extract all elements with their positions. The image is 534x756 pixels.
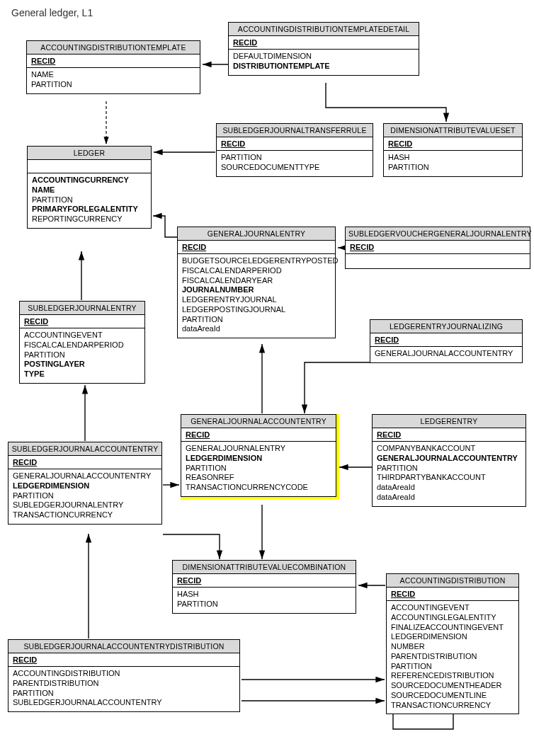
entity-ledger_entry: LEDGERENTRYRECIDCOMPANYBANKACCOUNTGENERA… <box>372 414 526 507</box>
entity-fields: HASHPARTITION <box>384 151 522 176</box>
entity-field: GENERALJOURNALACCOUNTENTRY <box>377 454 521 464</box>
entity-field: PARTITION <box>391 662 514 672</box>
entity-field: PARTITION <box>186 464 331 474</box>
entity-field: ACCOUNTINGLEGALENTITY <box>391 613 514 623</box>
entity-field: SUBLEDGERJOURNALENTRY <box>13 500 157 510</box>
entity-header: SUBLEDGERJOURNALENTRY <box>20 302 144 315</box>
entity-field: JOURNALNUMBER <box>182 285 331 295</box>
entity-pk: RECID <box>8 653 239 667</box>
entity-field: SOURCEDOCUMENTHEADER <box>391 681 514 691</box>
entity-fields <box>346 254 530 268</box>
page-title: General ledger, L1 <box>11 7 93 18</box>
entity-acct_dist: ACCOUNTINGDISTRIBUTIONRECIDACCOUNTINGEVE… <box>386 573 519 714</box>
entity-dim_attr_val_set: DIMENSIONATTRIBUTEVALUESETRECIDHASHPARTI… <box>383 123 523 177</box>
entity-fields: NAMEPARTITION <box>27 68 200 93</box>
entity-header: DIMENSIONATTRIBUTEVALUECOMBINATION <box>173 561 356 574</box>
entity-field: FISCALCALENDARPERIOD <box>24 340 140 350</box>
entity-field: ACCOUNTINGDISTRIBUTION <box>13 669 235 679</box>
entity-header: ACCOUNTINGDISTRIBUTIONTEMPLATEDETAIL <box>229 23 419 36</box>
entity-field: TRANSACTIONCURRENCY <box>13 510 157 520</box>
entity-field: dataAreaId <box>377 483 521 493</box>
entity-header: ACCOUNTINGDISTRIBUTIONTEMPLATE <box>27 41 200 55</box>
entity-field: PARTITION <box>13 491 157 501</box>
entity-field: dataAreaId <box>377 493 521 503</box>
entity-pk: RECID <box>373 428 526 442</box>
entity-fields: COMPANYBANKACCOUNTGENERALJOURNALACCOUNTE… <box>373 442 526 506</box>
entity-field: THIRDPARTYBANKACCOUNT <box>377 473 521 483</box>
entity-pk: RECID <box>27 55 200 68</box>
entity-field: REASONREF <box>186 473 331 483</box>
entity-field: LEDGERPOSTINGJOURNAL <box>182 305 331 315</box>
entity-field: ACCOUNTINGEVENT <box>391 603 514 613</box>
entity-field: PARTITION <box>221 153 368 163</box>
entity-field: POSTINGLAYER <box>24 360 140 370</box>
entity-field: PARTITION <box>32 195 147 205</box>
entity-header: SUBLEDGERJOURNALACCOUNTENTRY <box>8 442 161 456</box>
entity-header: GENERALJOURNALACCOUNTENTRY <box>181 415 336 428</box>
entity-field: DISTRIBUTIONTEMPLATE <box>233 62 414 71</box>
entity-pk: RECID <box>8 456 161 469</box>
entity-slj_entry: SUBLEDGERJOURNALENTRYRECIDACCOUNTINGEVEN… <box>19 301 145 384</box>
entity-fields: PARTITIONSOURCEDOCUMENTTYPE <box>217 151 373 176</box>
entity-pk: RECID <box>370 333 522 347</box>
entity-header: LEDGERENTRY <box>373 415 526 428</box>
entity-slj_acct_entry: SUBLEDGERJOURNALACCOUNTENTRYRECIDGENERAL… <box>8 442 162 525</box>
entity-field: LEDGERENTRYJOURNAL <box>182 295 331 305</box>
entity-slj_acct_entry_dist: SUBLEDGERJOURNALACCOUNTENTRYDISTRIBUTION… <box>8 639 240 712</box>
entity-pk <box>28 160 151 173</box>
entity-pk: RECID <box>20 315 144 328</box>
entity-field: GENERALJOURNALACCOUNTENTRY <box>13 471 157 481</box>
entity-field: FISCALCALENDARPERIOD <box>182 266 331 276</box>
entity-header: SUBLEDGERJOURNALACCOUNTENTRYDISTRIBUTION <box>8 640 239 653</box>
entity-pk: RECID <box>217 137 373 151</box>
entity-header: DIMENSIONATTRIBUTEVALUESET <box>384 124 522 137</box>
entity-field: SUBLEDGERJOURNALACCOUNTENTRY <box>13 698 235 708</box>
entity-header: LEDGERENTRYJOURNALIZING <box>370 320 522 333</box>
entity-fields: HASHPARTITION <box>173 588 356 613</box>
entity-field: NAME <box>31 70 195 80</box>
entity-dim_attr_val_comb: DIMENSIONATTRIBUTEVALUECOMBINATIONRECIDH… <box>172 560 356 614</box>
entity-slv_gje: SUBLEDGERVOUCHERGENERALJOURNALENTRYRECID <box>345 227 530 269</box>
entity-fields: GENERALJOURNALENTRYLEDGERDIMENSIONPARTIT… <box>181 442 336 496</box>
entity-field: PARTITION <box>13 689 235 699</box>
entity-ledger_entry_journalizing: LEDGERENTRYJOURNALIZINGRECIDGENERALJOURN… <box>370 319 523 363</box>
entity-field: NUMBER <box>391 642 514 652</box>
entity-fields: GENERALJOURNALACCOUNTENTRY <box>370 347 522 362</box>
entity-gen_journal_acct_entry: GENERALJOURNALACCOUNTENTRYRECIDGENERALJO… <box>181 414 336 497</box>
entity-slj_transfer_rule: SUBLEDGERJOURNALTRANSFERRULERECIDPARTITI… <box>216 123 373 177</box>
entity-field: COMPANYBANKACCOUNT <box>377 444 521 454</box>
entity-field: TRANSACTIONCURRENCYCODE <box>186 483 331 493</box>
entity-field: FISCALCALENDARYEAR <box>182 276 331 286</box>
entity-header: SUBLEDGERJOURNALTRANSFERRULE <box>217 124 373 137</box>
entity-field: LEDGERDIMENSION <box>186 454 331 464</box>
entity-pk: RECID <box>346 241 530 254</box>
entity-field: PARTITION <box>377 464 521 474</box>
entity-field: PARTITION <box>177 600 351 609</box>
entity-field: ACCOUNTINGCURRENCY <box>32 176 147 185</box>
entity-field: GENERALJOURNALACCOUNTENTRY <box>375 349 518 359</box>
entity-field: BUDGETSOURCELEDGERENTRYPOSTED <box>182 256 331 266</box>
entity-fields: ACCOUNTINGCURRENCYNAMEPARTITIONPRIMARYFO… <box>28 173 151 228</box>
entity-ledger: LEDGER ACCOUNTINGCURRENCYNAMEPARTITIONPR… <box>27 146 152 229</box>
entity-header: LEDGER <box>28 147 151 160</box>
entity-header: GENERALJOURNALENTRY <box>178 227 335 241</box>
entity-field: dataAreaId <box>182 324 331 334</box>
entity-field: PARTITION <box>31 80 195 90</box>
entity-field: SOURCEDOCUMENTTYPE <box>221 163 368 173</box>
entity-field: DEFAULTDIMENSION <box>233 52 414 62</box>
entity-fields: DEFAULTDIMENSIONDISTRIBUTIONTEMPLATE <box>229 50 419 75</box>
entity-fields: ACCOUNTINGEVENTACCOUNTINGLEGALENTITYFINA… <box>387 601 518 714</box>
entity-field: PARTITION <box>182 315 331 325</box>
entity-field: TRANSACTIONCURRENCY <box>391 701 514 711</box>
entity-gen_journal_entry: GENERALJOURNALENTRYRECIDBUDGETSOURCELEDG… <box>177 227 336 338</box>
entity-fields: ACCOUNTINGEVENTFISCALCALENDARPERIODPARTI… <box>20 328 144 383</box>
entity-field: REFERENCEDISTRIBUTION <box>391 671 514 681</box>
entity-field: PARTITION <box>24 350 140 360</box>
entity-fields: BUDGETSOURCELEDGERENTRYPOSTEDFISCALCALEN… <box>178 254 335 338</box>
entity-field: PARTITION <box>388 163 518 173</box>
entity-field: TYPE <box>24 370 140 379</box>
entity-field: HASH <box>388 153 518 163</box>
entity-pk: RECID <box>181 428 336 442</box>
entity-acct_dist_tmpl_detail: ACCOUNTINGDISTRIBUTIONTEMPLATEDETAILRECI… <box>228 22 419 76</box>
entity-field: PARENTDISTRIBUTION <box>13 679 235 689</box>
